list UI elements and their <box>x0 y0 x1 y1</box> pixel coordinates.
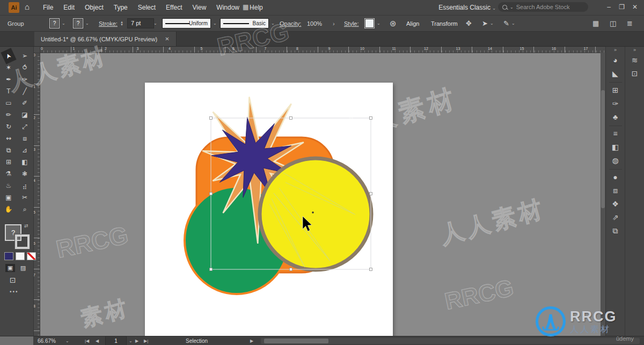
panel-icon[interactable]: ● <box>608 171 623 184</box>
horizontal-scroll-thumb[interactable] <box>264 339 328 343</box>
style-swatch[interactable]: ⌄ <box>364 16 380 31</box>
panel-icon[interactable]: ≋ <box>627 54 642 67</box>
zoom-level-field[interactable]: 66.67% <box>38 336 56 345</box>
tool-button[interactable]: ✋ <box>2 204 15 215</box>
tool-button[interactable]: ▣ <box>2 192 15 203</box>
menu-item[interactable]: Type <box>114 4 128 11</box>
vertical-scrollbar[interactable] <box>601 53 605 336</box>
more-options-arrow[interactable]: › <box>333 16 335 31</box>
draw-mode-button[interactable]: ▣ <box>5 264 15 272</box>
tool-button[interactable]: ✂ <box>18 192 31 203</box>
tool-button[interactable]: ✑ <box>18 74 31 85</box>
tool-button[interactable]: ◪ <box>18 109 31 121</box>
vertical-scroll-thumb[interactable] <box>601 90 605 208</box>
selection-handle[interactable] <box>370 193 372 195</box>
screen-mode-icon[interactable]: ⊡ <box>10 276 16 284</box>
tool-button[interactable]: ✏ <box>2 109 15 121</box>
panel-icon[interactable]: ♣ <box>608 111 623 124</box>
recolor-artwork-icon[interactable]: ⊛ <box>390 16 397 31</box>
color-swatch-button[interactable] <box>4 252 13 260</box>
opacity-link[interactable]: Opacity: <box>280 16 301 31</box>
artboard-number-field[interactable]: 1 ⌄ <box>105 336 133 345</box>
stroke-link[interactable]: Stroke: <box>99 16 118 31</box>
select-similar-dropdown[interactable]: ➤ ⌄ <box>482 16 494 31</box>
draw-mode-button[interactable]: ▨ <box>18 264 28 272</box>
tool-button[interactable]: ⣴ <box>18 180 31 192</box>
width-profile-dropdown[interactable]: Uniform ⌄ <box>162 16 217 31</box>
status-arrow-icon[interactable]: ▶ <box>250 336 253 345</box>
canvas[interactable]: 01234567891011121314151617 012345678 <box>33 46 605 336</box>
tool-button[interactable]: ⧈ <box>18 133 31 144</box>
tool-button[interactable]: ➢ <box>18 50 31 62</box>
next-artboard-button[interactable]: ▶ <box>135 336 138 345</box>
search-input[interactable]: ⌄ Search Adobe Stock <box>498 2 588 12</box>
selection-handle[interactable] <box>210 268 213 271</box>
tool-button[interactable]: ✶ <box>2 62 15 74</box>
panel-icon[interactable]: ⇗ <box>608 211 623 224</box>
panel-icon[interactable]: ❖ <box>608 197 623 211</box>
edit-toolbar-ellipsis[interactable]: ••• <box>10 289 19 295</box>
panel-icon[interactable]: ⊡ <box>627 67 642 80</box>
tool-button[interactable]: ✐ <box>18 98 31 109</box>
menu-item[interactable]: Edit <box>63 4 75 11</box>
close-tab-icon[interactable]: ✕ <box>165 36 169 42</box>
stroke-weight-dropdown[interactable]: ⌄ <box>153 16 157 31</box>
previous-artboard-button[interactable]: ◀ <box>96 336 99 345</box>
panel-icon[interactable]: ◧ <box>608 141 623 154</box>
menu-item[interactable]: View <box>193 4 207 11</box>
panel-icon[interactable]: ⊞ <box>608 84 623 97</box>
tool-button[interactable]: ↭ <box>2 133 15 144</box>
minimize-button[interactable]: – <box>607 3 611 11</box>
panel-icon[interactable]: ≡ <box>608 127 623 141</box>
panel-icon[interactable]: ✑ <box>608 97 623 111</box>
collapse-panels-icon[interactable]: » <box>614 46 617 54</box>
swap-fill-stroke-icon[interactable]: ⇄ <box>24 223 28 229</box>
fill-stroke-proxy[interactable]: ? ⇄ <box>5 224 30 248</box>
selection-handle[interactable] <box>370 117 372 120</box>
tool-button[interactable]: ⤢ <box>18 121 31 133</box>
tool-button[interactable]: ⧉ <box>2 145 15 156</box>
panel-icon[interactable]: ◕ <box>608 54 623 67</box>
menu-item[interactable]: Select <box>138 4 156 11</box>
stroke-proxy-box[interactable] <box>15 234 30 249</box>
tool-button[interactable]: ╱ <box>18 86 31 97</box>
arrange-documents-icon[interactable]: ▦ ⌄ <box>243 3 254 11</box>
horizontal-ruler[interactable]: 01234567891011121314151617 <box>40 46 605 53</box>
tool-button[interactable]: ❃ <box>18 168 31 180</box>
stroke-weight-stepper[interactable]: ▲▼ <box>120 16 123 31</box>
close-button[interactable]: ✕ <box>632 3 638 11</box>
restore-button[interactable]: ❐ <box>619 3 625 11</box>
illustrator-logo[interactable]: Ai <box>9 2 19 13</box>
selection-handle[interactable] <box>210 193 213 195</box>
selection-handle[interactable] <box>370 268 372 271</box>
tool-button[interactable]: ▭ <box>2 98 15 109</box>
tool-button[interactable]: ♨ <box>2 180 15 192</box>
document-tab[interactable]: Untitled-1* @ 66.67% (CMYK/GPU Preview) … <box>34 32 177 46</box>
selection-handle[interactable] <box>290 268 292 271</box>
collapse-panels-icon[interactable]: » <box>633 46 636 54</box>
tool-button[interactable]: T <box>2 86 15 97</box>
transform-button[interactable]: Transform <box>431 16 458 31</box>
zoom-dropdown-icon[interactable]: ⌄ <box>65 336 69 345</box>
artboard[interactable] <box>145 83 393 336</box>
align-button[interactable]: Align <box>406 16 419 31</box>
app-grid-icon[interactable]: ▦ <box>592 16 599 31</box>
selection-handle[interactable] <box>210 117 213 120</box>
free-transform-icon[interactable]: ✥ <box>466 16 472 31</box>
menu-item[interactable]: Effect <box>166 4 182 11</box>
panel-icon[interactable]: ⧈ <box>608 184 623 197</box>
tool-button[interactable]: ↻ <box>2 121 15 133</box>
tool-button[interactable]: ⌕ <box>18 204 31 215</box>
opacity-field[interactable]: 100% <box>307 16 322 31</box>
tool-button[interactable]: ⚗ <box>2 168 15 180</box>
dock-panel-icon[interactable]: ◫ <box>610 16 616 31</box>
horizontal-scrollbar[interactable] <box>261 338 640 344</box>
panel-icon[interactable]: ⧉ <box>608 224 623 238</box>
gradient-swatch-button[interactable] <box>16 252 25 260</box>
stroke-weight-field[interactable]: 7 pt <box>127 16 154 31</box>
stroke-swatch[interactable]: ? ⌄ <box>73 16 89 31</box>
tool-button[interactable]: ⥀ <box>18 62 31 74</box>
none-swatch-button[interactable] <box>27 252 36 260</box>
style-link[interactable]: Style: <box>344 16 359 31</box>
tool-button[interactable]: ◧ <box>18 157 31 168</box>
